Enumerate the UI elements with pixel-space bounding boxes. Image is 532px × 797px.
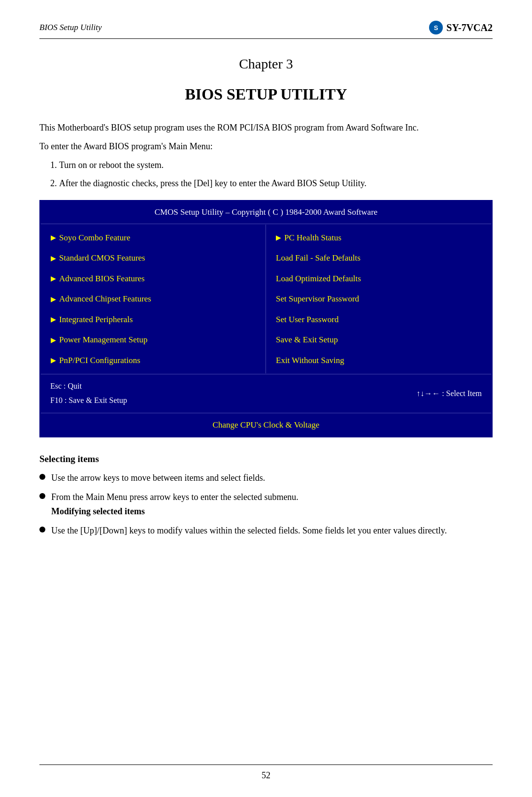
bios-f10-save: F10 : Save & Exit Setup bbox=[50, 394, 127, 408]
intro-para2: To enter the Award BIOS program's Main M… bbox=[39, 140, 493, 153]
bios-footer-right: ↑↓→← : Select Item bbox=[416, 388, 482, 399]
arrow-icon: ▶ bbox=[276, 232, 281, 243]
chapter-heading: BIOS SETUP UTILITY bbox=[39, 82, 493, 106]
modifying-items-heading: Modifying selected items bbox=[51, 506, 145, 516]
bios-item-advanced-chipset[interactable]: ▶ Advanced Chipset Features bbox=[51, 289, 256, 309]
bios-esc-quit: Esc : Quit bbox=[50, 379, 127, 394]
bios-footer-left: Esc : Quit F10 : Save & Exit Setup bbox=[50, 379, 127, 408]
bios-bottom-bar: Change CPU's Clock & Voltage bbox=[40, 413, 492, 436]
bios-item-set-user-pw[interactable]: Set User Password bbox=[276, 309, 481, 330]
arrow-icon: ▶ bbox=[51, 314, 56, 325]
bios-table-title: CMOS Setup Utility – Copyright ( C ) 198… bbox=[40, 201, 492, 224]
selecting-bullet-1: Use the arrow keys to move between items… bbox=[39, 471, 493, 485]
bios-item-standard-cmos[interactable]: ▶ Standard CMOS Features bbox=[51, 248, 256, 268]
arrow-icon: ▶ bbox=[51, 253, 56, 264]
svg-text:S: S bbox=[434, 24, 438, 32]
bullet-dot-icon bbox=[39, 474, 45, 480]
step-1: Turn on or reboot the system. bbox=[59, 158, 493, 172]
bios-table: CMOS Setup Utility – Copyright ( C ) 198… bbox=[39, 200, 493, 437]
bios-item-load-optimized[interactable]: Load Optimized Defaults bbox=[276, 268, 481, 289]
bios-item-load-failsafe[interactable]: Load Fail - Safe Defaults bbox=[276, 248, 481, 268]
header-title: BIOS Setup Utility bbox=[39, 21, 102, 34]
intro-para1: This Motherboard's BIOS setup program us… bbox=[39, 121, 493, 135]
bios-left-column: ▶ Soyo Combo Feature ▶ Standard CMOS Fea… bbox=[41, 225, 266, 374]
arrow-icon: ▶ bbox=[51, 355, 56, 365]
arrow-icon: ▶ bbox=[51, 232, 56, 243]
bios-menu-grid: ▶ Soyo Combo Feature ▶ Standard CMOS Fea… bbox=[40, 224, 492, 374]
step-2: After the diagnostic checks, press the [… bbox=[59, 176, 493, 191]
steps-list: Turn on or reboot the system. After the … bbox=[59, 158, 493, 191]
bios-item-save-exit[interactable]: Save & Exit Setup bbox=[276, 330, 481, 350]
page-header: BIOS Setup Utility S SY-7VCA2 bbox=[39, 20, 493, 39]
bios-item-set-supervisor-pw[interactable]: Set Supervisor Password bbox=[276, 289, 481, 309]
arrow-icon: ▶ bbox=[51, 273, 56, 284]
chapter-label: Chapter 3 bbox=[39, 54, 493, 74]
header-logo: S SY-7VCA2 bbox=[428, 20, 493, 35]
arrow-icon: ▶ bbox=[51, 294, 56, 304]
soyo-logo-icon: S bbox=[428, 20, 444, 35]
page-number: 52 bbox=[262, 769, 270, 782]
selecting-items-heading: Selecting items bbox=[39, 452, 493, 466]
bios-item-soyo-combo[interactable]: ▶ Soyo Combo Feature bbox=[51, 228, 256, 248]
footer-divider bbox=[39, 764, 493, 765]
bios-footer: Esc : Quit F10 : Save & Exit Setup ↑↓→← … bbox=[40, 374, 492, 413]
page-footer: 52 bbox=[0, 764, 532, 782]
logo-text: SY-7VCA2 bbox=[446, 20, 493, 35]
bios-item-advanced-bios[interactable]: ▶ Advanced BIOS Features bbox=[51, 268, 256, 289]
bios-item-power-management[interactable]: ▶ Power Management Setup bbox=[51, 330, 256, 350]
arrow-icon: ▶ bbox=[51, 335, 56, 345]
bios-item-pc-health[interactable]: ▶ PC Health Status bbox=[276, 228, 481, 248]
bios-item-pnp-pci[interactable]: ▶ PnP/PCI Configurations bbox=[51, 350, 256, 371]
bullet-dot-icon bbox=[39, 527, 45, 532]
page: BIOS Setup Utility S SY-7VCA2 Chapter 3 … bbox=[0, 0, 532, 797]
bullet-dot-icon bbox=[39, 493, 45, 499]
selecting-bullet-2: From the Main Menu press arrow keys to e… bbox=[39, 490, 493, 519]
bios-item-integrated-peripherals[interactable]: ▶ Integrated Peripherals bbox=[51, 309, 256, 330]
modifying-bullet-1: Use the [Up]/[Down] keys to modify value… bbox=[39, 524, 493, 538]
bios-right-column: ▶ PC Health Status Load Fail - Safe Defa… bbox=[266, 225, 491, 374]
bios-item-exit-without-saving[interactable]: Exit Without Saving bbox=[276, 350, 481, 371]
